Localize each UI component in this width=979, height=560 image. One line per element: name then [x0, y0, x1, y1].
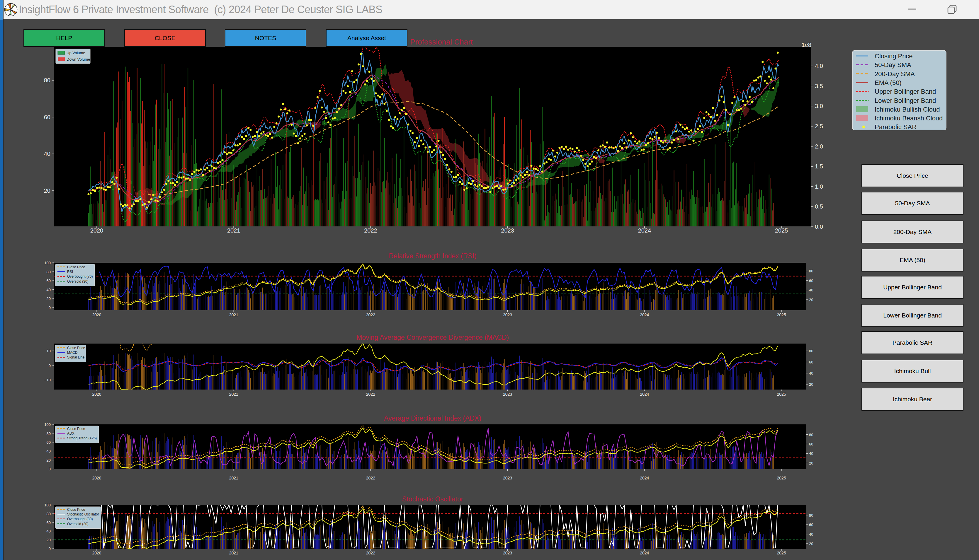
svg-text:InsightFlow 6 Private Investme: InsightFlow 6 Private Investment Softwar… [19, 3, 382, 15]
svg-text:2025: 2025 [777, 313, 786, 317]
svg-text:ADX: ADX [67, 432, 74, 435]
svg-text:−10: −10 [44, 378, 51, 382]
svg-text:EMA (50): EMA (50) [900, 257, 926, 263]
svg-text:80: 80 [47, 270, 51, 274]
svg-text:80: 80 [47, 512, 51, 516]
svg-text:2.0: 2.0 [815, 143, 823, 150]
svg-text:40: 40 [809, 371, 813, 375]
svg-text:Stochastic Oscillator: Stochastic Oscillator [67, 512, 99, 517]
svg-text:3.0: 3.0 [815, 103, 823, 109]
svg-text:Oversold (20): Oversold (20) [67, 522, 89, 526]
svg-text:20: 20 [809, 382, 813, 387]
svg-text:40: 40 [47, 288, 51, 292]
svg-text:1.0: 1.0 [815, 183, 823, 190]
svg-text:2022: 2022 [366, 313, 375, 317]
svg-text:Parabolic SAR: Parabolic SAR [892, 339, 933, 346]
svg-text:0.0: 0.0 [815, 223, 823, 230]
svg-text:40: 40 [809, 288, 813, 292]
svg-text:NOTES: NOTES [255, 35, 276, 41]
svg-text:Professional Chart: Professional Chart [410, 37, 473, 46]
svg-text:2025: 2025 [777, 476, 786, 480]
svg-text:Close Price: Close Price [897, 172, 928, 179]
svg-text:40: 40 [47, 529, 51, 533]
svg-text:2023: 2023 [501, 227, 514, 234]
svg-text:Average Directional Index (ADX: Average Directional Index (ADX) [384, 415, 481, 422]
svg-text:2021: 2021 [227, 227, 241, 234]
svg-text:Parabolic SAR: Parabolic SAR [875, 123, 917, 131]
svg-text:40: 40 [809, 532, 813, 537]
svg-text:100: 100 [44, 261, 51, 265]
svg-text:Oversold (30): Oversold (30) [67, 279, 89, 283]
svg-text:Upper Bollinger Band: Upper Bollinger Band [875, 88, 936, 95]
svg-text:80: 80 [809, 513, 813, 518]
svg-text:4.0: 4.0 [815, 63, 823, 69]
svg-text:2022: 2022 [366, 392, 375, 397]
svg-text:60: 60 [809, 442, 813, 447]
svg-text:Up Volume: Up Volume [67, 51, 85, 55]
svg-text:Lower Bollinger Band: Lower Bollinger Band [875, 97, 936, 104]
svg-text:1.5: 1.5 [815, 163, 823, 170]
svg-text:Close Price: Close Price [67, 265, 85, 269]
svg-text:2024: 2024 [640, 313, 649, 317]
svg-text:Ichimoku Bear: Ichimoku Bear [893, 396, 932, 402]
svg-text:1e8: 1e8 [802, 42, 811, 48]
svg-text:20: 20 [47, 458, 51, 462]
svg-text:Signal Line: Signal Line [67, 355, 85, 359]
svg-text:60: 60 [44, 114, 50, 120]
svg-text:2022: 2022 [364, 227, 377, 234]
svg-text:40: 40 [809, 451, 813, 456]
svg-text:2024: 2024 [640, 392, 649, 397]
svg-text:2024: 2024 [638, 227, 651, 234]
svg-text:20: 20 [47, 297, 51, 301]
svg-text:2.5: 2.5 [815, 123, 823, 130]
svg-text:60: 60 [47, 440, 51, 445]
svg-text:40: 40 [47, 449, 51, 453]
svg-text:3.5: 3.5 [815, 83, 823, 89]
svg-text:2020: 2020 [92, 476, 101, 480]
svg-text:80: 80 [809, 269, 813, 273]
svg-text:10: 10 [47, 349, 51, 353]
svg-text:2020: 2020 [92, 392, 101, 397]
svg-text:50-Day SMA: 50-Day SMA [875, 61, 911, 68]
svg-text:Analyse Asset: Analyse Asset [347, 35, 386, 41]
svg-text:20: 20 [47, 538, 51, 542]
svg-text:EMA (50): EMA (50) [875, 79, 902, 87]
svg-text:80: 80 [809, 433, 813, 437]
svg-text:80: 80 [44, 77, 50, 83]
svg-text:CLOSE: CLOSE [154, 35, 175, 41]
svg-text:2021: 2021 [229, 476, 238, 480]
svg-text:Down Volume: Down Volume [67, 57, 90, 62]
svg-text:20: 20 [809, 461, 813, 465]
svg-text:2021: 2021 [229, 551, 238, 555]
svg-text:200-Day SMA: 200-Day SMA [894, 228, 932, 235]
svg-text:2022: 2022 [366, 476, 375, 480]
svg-text:HELP: HELP [56, 35, 72, 41]
svg-text:0: 0 [48, 305, 51, 310]
svg-text:60: 60 [47, 520, 51, 525]
svg-text:Overbought (80): Overbought (80) [67, 517, 93, 521]
svg-text:2020: 2020 [90, 227, 104, 234]
svg-text:2025: 2025 [775, 227, 788, 234]
svg-text:2025: 2025 [777, 392, 786, 397]
svg-text:0.5: 0.5 [815, 203, 823, 210]
svg-text:MACD: MACD [67, 351, 78, 355]
svg-text:Moving Average Convergence Div: Moving Average Convergence Divergence (M… [356, 333, 509, 341]
svg-text:100: 100 [44, 503, 51, 507]
svg-text:200-Day SMA: 200-Day SMA [875, 70, 915, 78]
svg-text:0: 0 [48, 363, 51, 368]
svg-text:2023: 2023 [503, 313, 512, 317]
svg-text:20: 20 [809, 542, 813, 546]
svg-text:2024: 2024 [640, 551, 649, 555]
svg-text:RSI: RSI [67, 270, 73, 274]
svg-text:2022: 2022 [366, 551, 375, 555]
svg-text:80: 80 [47, 432, 51, 436]
svg-text:0: 0 [48, 547, 51, 551]
svg-text:20: 20 [809, 298, 813, 302]
svg-text:100: 100 [44, 422, 51, 427]
svg-text:60: 60 [809, 523, 813, 527]
svg-text:60: 60 [809, 360, 813, 364]
svg-text:20: 20 [44, 187, 50, 194]
svg-text:Ichimoku Bull: Ichimoku Bull [894, 368, 931, 374]
svg-text:60: 60 [47, 278, 51, 283]
svg-text:2023: 2023 [503, 476, 512, 480]
